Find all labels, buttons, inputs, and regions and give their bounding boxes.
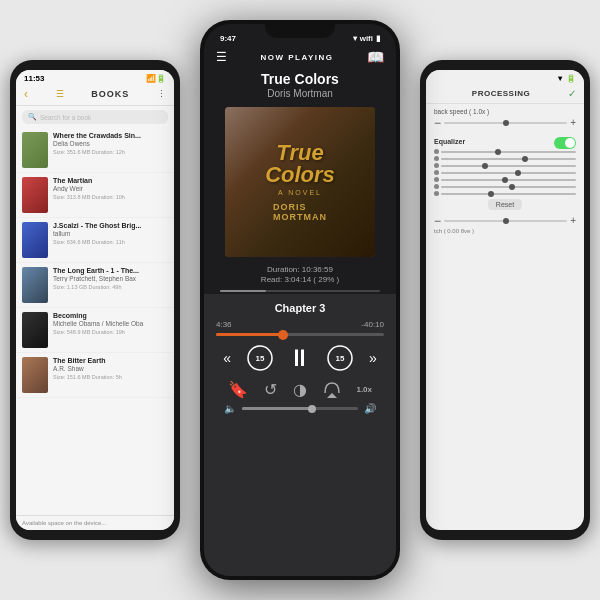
book-title: The Martian (53, 177, 168, 185)
pitch-slider[interactable] (444, 220, 567, 222)
list-item[interactable]: The Martian Andy Weir Size: 313.8 MB Dur… (16, 173, 174, 218)
overall-progress-bar[interactable] (220, 290, 380, 292)
chapter-section: Chapter 3 4:36 -40:10 « 15 (204, 294, 396, 576)
back-15-button[interactable]: 15 (246, 344, 274, 372)
now-playing-label: NOW PLAYING (260, 53, 333, 62)
list-item[interactable]: The Long Earth - 1 - The... Terry Pratch… (16, 263, 174, 308)
book-cover (22, 312, 48, 348)
left-status-icons: 📶🔋 (146, 74, 166, 83)
bookmark-button[interactable]: 🔖 (228, 380, 248, 399)
time-remaining: -40:10 (361, 320, 384, 329)
svg-text:15: 15 (336, 354, 345, 363)
check-icon[interactable]: ✓ (568, 88, 576, 99)
cover-title-text: TrueColors (265, 142, 335, 186)
hamburger-icon[interactable]: ☰ (216, 50, 227, 64)
book-cover (22, 177, 48, 213)
book-author: Michelle Obama / Michelle Oba (53, 320, 168, 327)
battery-icon: ▮ (376, 34, 380, 43)
chapter-progress-bar[interactable] (216, 333, 384, 336)
volume-control: 🔈 🔊 (216, 403, 384, 414)
book-title: J.Scalzi - The Ghost Brig... (53, 222, 168, 230)
chapter-progress-thumb (278, 330, 288, 340)
left-phone: 11:53 📶🔋 ‹ ☰ BOOKS ⋮ 🔍 Search for a book… (10, 60, 180, 540)
speed-plus-icon[interactable]: + (570, 117, 576, 128)
cover-subtitle-text: A NOVEL (278, 189, 322, 196)
cover-author-text: DORISMORTMAN (273, 202, 327, 222)
center-title-block: True Colors Doris Mortman (204, 71, 396, 101)
book-cover (22, 357, 48, 393)
list-item[interactable]: J.Scalzi - The Ghost Brig... tallum Size… (16, 218, 174, 263)
book-author: A.R. Shaw (53, 365, 168, 372)
speed-label: 1.0x (356, 385, 372, 394)
right-wifi-icon: ▾ (558, 74, 562, 83)
book-cover (22, 267, 48, 303)
speed-button[interactable]: 1.0x (356, 385, 372, 394)
book-author: Andy Weir (53, 185, 168, 192)
phone-notch (265, 20, 335, 38)
forward-15-button[interactable]: 15 (326, 344, 354, 372)
book-meta: Size: 151.6 MB Duration: 5h (53, 374, 168, 380)
back-arrow-icon[interactable]: ‹ (24, 87, 28, 101)
center-phone: 9:47 ▾ wifi ▮ ☰ NOW PLAYING 📖 True Color… (200, 20, 400, 580)
eq-band-4[interactable] (434, 170, 576, 175)
play-pause-button[interactable]: ⏸ (288, 344, 312, 372)
book-author: tallum (53, 230, 168, 237)
sort-icon[interactable]: ⋮ (157, 89, 166, 99)
book-author: Delia Owens (53, 140, 168, 147)
eq-band-3[interactable] (434, 163, 576, 168)
volume-slider[interactable] (242, 407, 358, 410)
wifi-icon: wifi (360, 34, 373, 43)
left-status-time: 11:53 (24, 74, 44, 83)
book-meta: Size: 351.6 MB Duration: 12h (53, 149, 168, 155)
search-icon: 🔍 (28, 113, 37, 121)
footer-text: Available space on the device... (16, 515, 174, 530)
volume-thumb (308, 405, 316, 413)
book-meta: Size: 1.13 GB Duration: 49h (53, 284, 168, 290)
pitch-label: tch ( 0.00 8ve ) (426, 226, 584, 236)
speed-slider[interactable] (444, 122, 567, 124)
eq-band-7[interactable] (434, 191, 576, 196)
menu-icon[interactable]: ☰ (56, 89, 64, 99)
center-status-time: 9:47 (220, 34, 236, 43)
book-meta: Size: 634.6 MB Duration: 11h (53, 239, 168, 245)
svg-marker-4 (327, 393, 337, 398)
duration-label: Duration: 10:36:59 (204, 265, 396, 274)
eq-band-1[interactable] (434, 149, 576, 154)
right-header-title: PROCESSING (472, 89, 530, 98)
rewind-button[interactable]: « (223, 350, 231, 366)
book-cover-image: TrueColors A NOVEL DORISMORTMAN (225, 107, 375, 257)
chapter-list-button[interactable]: ↺ (264, 380, 277, 399)
list-item[interactable]: Where the Crawdads Sin... Delia Owens Si… (16, 128, 174, 173)
left-header-title: BOOKS (91, 89, 129, 99)
reset-button[interactable]: Reset (488, 199, 522, 210)
search-bar[interactable]: 🔍 Search for a book (22, 110, 168, 124)
book-main-title: True Colors (216, 71, 384, 87)
equalizer-toggle[interactable] (554, 137, 576, 149)
volume-low-icon: 🔈 (224, 403, 236, 414)
read-label: Read: 3:04:14 ( 29% ) (204, 275, 396, 284)
eq-band-5[interactable] (434, 177, 576, 182)
airplay-button[interactable] (323, 381, 341, 399)
chapter-label: Chapter 3 (216, 302, 384, 314)
book-author: Terry Pratchett, Stephen Bax (53, 275, 168, 282)
chapter-progress-fill (216, 333, 283, 336)
sleep-timer-button[interactable]: ◑ (293, 380, 307, 399)
time-elapsed: 4:36 (216, 320, 232, 329)
eq-band-2[interactable] (434, 156, 576, 161)
svg-text:15: 15 (255, 354, 264, 363)
right-battery-icon: 🔋 (566, 74, 576, 83)
book-author-label: Doris Mortman (216, 88, 384, 99)
search-placeholder: Search for a book (40, 114, 91, 121)
list-item[interactable]: The Bitter Earth A.R. Shaw Size: 151.6 M… (16, 353, 174, 398)
list-item[interactable]: Becoming Michelle Obama / Michelle Oba S… (16, 308, 174, 353)
book-cover (22, 132, 48, 168)
right-phone: ▾ 🔋 PROCESSING ✓ back speed ( 1.0x ) − + (420, 60, 590, 540)
center-header: ☰ NOW PLAYING 📖 (204, 45, 396, 71)
eq-band-6[interactable] (434, 184, 576, 189)
pitch-plus-icon[interactable]: + (570, 215, 576, 226)
book-title: The Long Earth - 1 - The... (53, 267, 168, 275)
book-icon[interactable]: 📖 (367, 49, 384, 65)
fast-forward-button[interactable]: » (369, 350, 377, 366)
volume-fill (242, 407, 312, 410)
book-meta: Size: 313.8 MB Duration: 10h (53, 194, 168, 200)
